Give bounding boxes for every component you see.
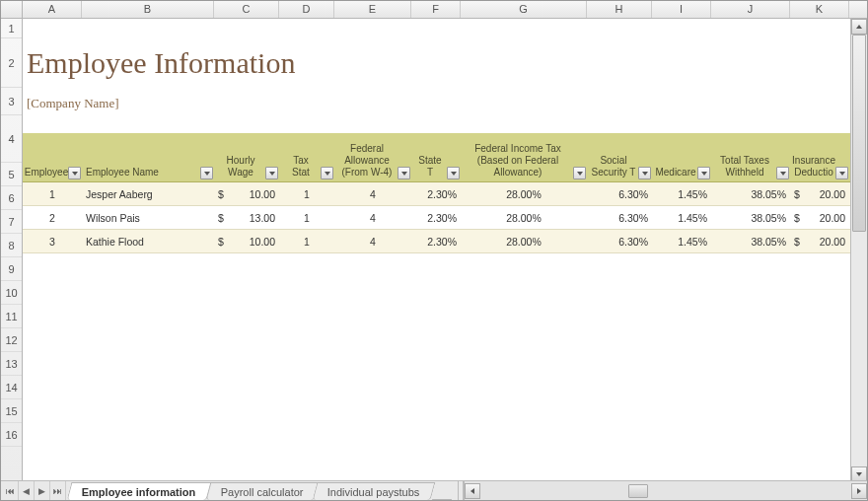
filter-icon[interactable] xyxy=(638,167,651,179)
first-sheet-button[interactable]: ⏮ xyxy=(3,481,19,500)
filter-icon[interactable] xyxy=(835,167,848,179)
cell-insurance[interactable]: $20.00 xyxy=(790,212,849,224)
th-social-security: Social Security T xyxy=(587,152,652,181)
horizontal-scrollbar[interactable] xyxy=(464,481,867,500)
col-header-i[interactable]: I xyxy=(652,1,711,18)
cell-tax-status[interactable]: 1 xyxy=(279,188,334,200)
row-header[interactable]: 13 xyxy=(1,352,22,376)
row-header[interactable]: 15 xyxy=(1,399,22,423)
cell-employee-name[interactable]: Wilson Pais xyxy=(82,212,214,224)
cell-federal-allowance[interactable]: 4 xyxy=(334,236,411,248)
new-sheet-button[interactable] xyxy=(432,499,452,500)
cell-total-taxes[interactable]: 38.05% xyxy=(711,236,790,248)
employee-table: Employee Employee Name Hourly Wage Tax S… xyxy=(23,133,867,253)
th-tax-status: Tax Stat xyxy=(279,152,334,181)
row-header[interactable]: 5 xyxy=(1,163,22,186)
scroll-track[interactable] xyxy=(851,35,867,466)
cell-federal-allowance[interactable]: 4 xyxy=(334,212,411,224)
cell-insurance[interactable]: $20.00 xyxy=(790,188,849,200)
th-federal-allowance: Federal Allowance (From W-4) xyxy=(334,140,411,181)
row-header[interactable]: 9 xyxy=(1,257,22,281)
filter-icon[interactable] xyxy=(398,167,410,179)
cell-employee-id[interactable]: 2 xyxy=(23,212,82,224)
scroll-right-button[interactable] xyxy=(851,483,867,499)
filter-icon[interactable] xyxy=(697,167,710,179)
row-header[interactable]: 7 xyxy=(1,210,22,234)
table-header-row: Employee Employee Name Hourly Wage Tax S… xyxy=(23,133,867,182)
cell-tax-status[interactable]: 1 xyxy=(279,236,334,248)
filter-icon[interactable] xyxy=(447,167,460,179)
filter-icon[interactable] xyxy=(321,167,333,179)
last-sheet-button[interactable]: ⏭ xyxy=(50,481,66,500)
row-header[interactable]: 12 xyxy=(1,328,22,352)
cell-state-tax[interactable]: 2.30% xyxy=(411,188,461,200)
cell-employee-id[interactable]: 3 xyxy=(23,236,82,248)
worksheet-area[interactable]: Employee Information [Company Name] Empl… xyxy=(23,19,867,480)
sheet-tab[interactable]: Payroll calculator xyxy=(205,482,319,500)
cell-federal-allowance[interactable]: 4 xyxy=(334,188,411,200)
cell-hourly-wage[interactable]: $10.00 xyxy=(214,236,279,248)
row-header[interactable]: 14 xyxy=(1,376,22,399)
col-header-a[interactable]: A xyxy=(23,1,82,18)
cell-insurance[interactable]: $20.00 xyxy=(790,236,849,248)
select-all-corner[interactable] xyxy=(1,1,23,18)
filter-icon[interactable] xyxy=(573,167,586,179)
cell-social-security[interactable]: 6.30% xyxy=(587,188,652,200)
scroll-track[interactable] xyxy=(480,483,851,499)
col-header-f[interactable]: F xyxy=(411,1,461,18)
col-header-j[interactable]: J xyxy=(711,1,790,18)
scroll-thumb[interactable] xyxy=(628,484,648,498)
cell-hourly-wage[interactable]: $13.00 xyxy=(214,212,279,224)
filter-icon[interactable] xyxy=(200,167,213,179)
cell-federal-income-tax[interactable]: 28.00% xyxy=(461,212,587,224)
cell-hourly-wage[interactable]: $10.00 xyxy=(214,188,279,200)
col-header-h[interactable]: H xyxy=(587,1,652,18)
cell-federal-income-tax[interactable]: 28.00% xyxy=(461,236,587,248)
cell-tax-status[interactable]: 1 xyxy=(279,212,334,224)
cell-total-taxes[interactable]: 38.05% xyxy=(711,188,790,200)
col-header-k[interactable]: K xyxy=(790,1,849,18)
row-header[interactable]: 11 xyxy=(1,305,22,328)
row-header[interactable]: 10 xyxy=(1,281,22,305)
col-header-e[interactable]: E xyxy=(334,1,411,18)
filter-icon[interactable] xyxy=(776,167,789,179)
cell-state-tax[interactable]: 2.30% xyxy=(411,236,461,248)
col-header-d[interactable]: D xyxy=(279,1,334,18)
cell-social-security[interactable]: 6.30% xyxy=(587,212,652,224)
cell-social-security[interactable]: 6.30% xyxy=(587,236,652,248)
col-header-c[interactable]: C xyxy=(214,1,279,18)
cell-federal-income-tax[interactable]: 28.00% xyxy=(461,188,587,200)
row-header[interactable]: 8 xyxy=(1,234,22,257)
scroll-left-button[interactable] xyxy=(465,483,480,499)
cell-medicare[interactable]: 1.45% xyxy=(652,188,711,200)
cell-total-taxes[interactable]: 38.05% xyxy=(711,212,790,224)
vertical-scrollbar[interactable] xyxy=(850,19,867,482)
row-header[interactable]: 2 xyxy=(1,38,22,88)
table-row[interactable]: 2Wilson Pais$13.00142.30%28.00%6.30%1.45… xyxy=(23,206,867,230)
row-header[interactable]: 16 xyxy=(1,423,22,447)
cell-medicare[interactable]: 1.45% xyxy=(652,236,711,248)
table-row[interactable]: 3Kathie Flood$10.00142.30%28.00%6.30%1.4… xyxy=(23,230,867,253)
prev-sheet-button[interactable]: ◀ xyxy=(19,481,35,500)
row-header[interactable]: 6 xyxy=(1,186,22,210)
cell-employee-name[interactable]: Jesper Aaberg xyxy=(82,188,214,200)
cell-medicare[interactable]: 1.45% xyxy=(652,212,711,224)
scroll-up-button[interactable] xyxy=(851,19,867,35)
cell-employee-id[interactable]: 1 xyxy=(23,188,82,200)
sheet-tab[interactable]: Employee information xyxy=(67,482,211,500)
row-header[interactable]: 4 xyxy=(1,115,22,163)
th-state-tax: State T xyxy=(411,152,461,181)
cell-employee-name[interactable]: Kathie Flood xyxy=(82,236,214,248)
col-header-b[interactable]: B xyxy=(82,1,214,18)
table-row[interactable]: 1Jesper Aaberg$10.00142.30%28.00%6.30%1.… xyxy=(23,182,867,206)
scroll-thumb[interactable] xyxy=(852,35,866,232)
row-header[interactable]: 3 xyxy=(1,88,22,115)
filter-icon[interactable] xyxy=(265,167,278,179)
filter-icon[interactable] xyxy=(68,167,81,179)
company-name: [Company Name] xyxy=(27,96,119,111)
next-sheet-button[interactable]: ▶ xyxy=(35,481,50,500)
sheet-tab[interactable]: Individual paystubs xyxy=(313,482,435,500)
row-header[interactable]: 1 xyxy=(1,19,22,38)
cell-state-tax[interactable]: 2.30% xyxy=(411,212,461,224)
col-header-g[interactable]: G xyxy=(461,1,587,18)
